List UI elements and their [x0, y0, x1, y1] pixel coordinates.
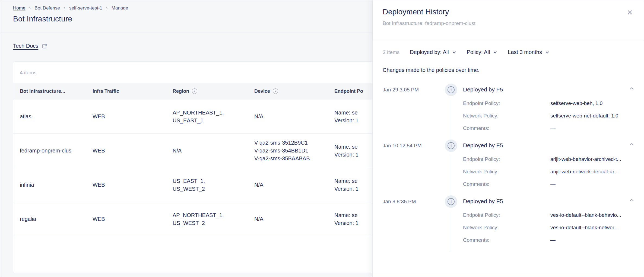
entry-icon-column: i [443, 139, 459, 195]
entry-content: Deployed by F5 Endpoint Policy: arijit-w… [459, 139, 623, 195]
chevron-down-icon [545, 50, 550, 55]
column-header-label: Region [173, 88, 189, 95]
page-title: Bot Infrastructure [13, 15, 372, 23]
timeline-connector-line [451, 100, 451, 139]
detail-label: Comments: [463, 237, 550, 243]
entry-title[interactable]: Deployed by F5 [459, 195, 623, 205]
tech-docs-link[interactable]: Tech Docs [13, 43, 38, 49]
entry-timestamp: Jan 29 3:05 PM [383, 84, 443, 139]
docs-row: Tech Docs [0, 33, 372, 49]
entry-timestamp: Jan 10 12:54 PM [383, 139, 443, 195]
detail-row-endpoint-policy: Endpoint Policy: selfserve-web-beh, 1.0 [463, 100, 623, 106]
policy-filter-dropdown[interactable]: Policy: All [467, 49, 498, 55]
detail-label: Endpoint Policy: [463, 156, 550, 162]
timeline-entry: Jan 8 8:35 PM i Deployed by F5 Endpoint … [383, 195, 635, 251]
detail-value: ves-io-default--blank-networ... [550, 225, 623, 231]
bot-infrastructure-table: Bot Infrastructure... Infra Traffic Regi… [13, 83, 372, 236]
column-header-endpoint-policy[interactable]: Endpoint Po [328, 88, 372, 95]
deployed-by-filter-dropdown[interactable]: Deployed by: All [410, 49, 456, 55]
cell-name: infinia [13, 181, 86, 189]
breadcrumb-bot-defense[interactable]: Bot Defense [34, 5, 60, 11]
column-header-device[interactable]: Devicei [248, 88, 328, 95]
chevron-down-icon [452, 50, 456, 55]
detail-label: Endpoint Policy: [463, 212, 550, 218]
cell-endpoint-policy: Name: se Version: 1 [328, 211, 372, 227]
detail-row-network-policy: Network Policy: selfserve-web-net-defaul… [463, 113, 623, 119]
device-info-icon[interactable]: i [273, 88, 278, 94]
detail-value: arijit-web-behavior-archived-t... [550, 156, 623, 162]
detail-label: Comments: [463, 181, 550, 187]
detail-value: — [550, 181, 623, 187]
cell-infra-traffic: WEB [86, 147, 166, 155]
timeline-connector-line [451, 212, 451, 251]
main-content-area: Home › Bot Defense › self-serve-test-1 ›… [0, 0, 372, 277]
cell-region: AP_NORTHEAST_1, US_EAST_1 [166, 109, 248, 125]
entry-title[interactable]: Deployed by F5 [459, 84, 623, 93]
detail-value: selfserve-web-net-default, 1.0 [550, 113, 623, 119]
chevron-up-icon [629, 198, 635, 203]
entry-details: Endpoint Policy: ves-io-default--blank-b… [459, 205, 623, 251]
cell-infra-traffic: WEB [86, 113, 166, 120]
deployment-timeline: Jan 29 3:05 PM i Deployed by F5 Endpoint… [383, 84, 635, 251]
table-row-regalia[interactable]: regalia WEB AP_NORTHEAST_1, US_WEST_2 N/… [13, 202, 372, 236]
breadcrumb-self-serve-test-1[interactable]: self-serve-test-1 [69, 5, 102, 11]
table-items-count: 4 items [13, 62, 372, 83]
detail-label: Comments: [463, 125, 550, 131]
column-header-region[interactable]: Regioni [166, 88, 248, 95]
cell-name: fedramp-onprem-clus [13, 147, 86, 155]
table-row-atlas[interactable]: atlas WEB AP_NORTHEAST_1, US_EAST_1 N/A … [13, 100, 372, 134]
time-range-filter-dropdown[interactable]: Last 3 months [508, 49, 550, 55]
panel-items-count: 3 Items [383, 49, 399, 55]
cell-device: N/A [248, 215, 328, 223]
cell-region: US_EAST_1, US_WEST_2 [166, 177, 248, 193]
detail-row-comments: Comments: — [463, 181, 623, 187]
chevron-up-icon [629, 86, 635, 91]
cell-region: AP_NORTHEAST_1, US_WEST_2 [166, 211, 248, 227]
entry-title[interactable]: Deployed by F5 [459, 139, 623, 149]
detail-value: — [550, 125, 623, 131]
chevron-up-icon [629, 142, 635, 147]
cell-device: V-qa2-sms-3512B9C1 V-qa2-sms-354BB1D1 V-… [248, 139, 328, 163]
detail-label: Network Policy: [463, 169, 550, 175]
table-row-infinia[interactable]: infinia WEB US_EAST_1, US_WEST_2 N/A Nam… [13, 168, 372, 202]
collapse-entry-button[interactable] [623, 195, 635, 251]
table-header-row: Bot Infrastructure... Infra Traffic Regi… [13, 83, 372, 100]
detail-row-network-policy: Network Policy: ves-io-default--blank-ne… [463, 225, 623, 231]
detail-value: arijit-web-network-default-ar... [550, 169, 623, 175]
breadcrumb-separator-icon: › [29, 5, 31, 11]
close-icon[interactable]: ✕ [625, 8, 635, 17]
panel-title: Deployment History [383, 8, 635, 16]
detail-row-comments: Comments: — [463, 125, 623, 131]
deployed-by-filter-label: Deployed by: All [410, 49, 449, 55]
cell-infra-traffic: WEB [86, 215, 166, 223]
entry-details: Endpoint Policy: selfserve-web-beh, 1.0 … [459, 93, 623, 139]
detail-row-endpoint-policy: Endpoint Policy: ves-io-default--blank-b… [463, 212, 623, 218]
filter-row: 3 Items Deployed by: All Policy: All Las… [383, 49, 635, 55]
region-info-icon[interactable]: i [192, 88, 197, 94]
breadcrumb-home[interactable]: Home [13, 5, 25, 11]
detail-label: Endpoint Policy: [463, 100, 550, 106]
collapse-entry-button[interactable] [623, 139, 635, 195]
entry-icon-column: i [443, 84, 459, 139]
detail-row-comments: Comments: — [463, 237, 623, 243]
deployment-history-panel: Deployment History Bot Infrastructure: f… [372, 0, 644, 277]
detail-row-endpoint-policy: Endpoint Policy: arijit-web-behavior-arc… [463, 156, 623, 162]
column-header-label: Bot Infrastructure... [20, 88, 65, 95]
entry-icon-column: i [443, 195, 459, 251]
column-header-label: Endpoint Po [334, 88, 363, 95]
deploy-info-icon: i [445, 84, 457, 96]
collapse-entry-button[interactable] [623, 84, 635, 139]
detail-label: Network Policy: [463, 113, 550, 119]
table-row-fedramp-onprem-clus[interactable]: fedramp-onprem-clus WEB N/A V-qa2-sms-35… [13, 134, 372, 168]
column-header-bot-infrastructure[interactable]: Bot Infrastructure... [13, 88, 86, 95]
timeline-connector-line [451, 156, 451, 195]
cell-endpoint-policy: Name: se Version: 1 [328, 109, 372, 125]
timeline-entry: Jan 10 12:54 PM i Deployed by F5 Endpoin… [383, 139, 635, 195]
breadcrumb-separator-icon: › [64, 5, 65, 11]
cell-endpoint-policy: Name: se Version: 1 [328, 177, 372, 193]
column-header-infra-traffic[interactable]: Infra Traffic [86, 88, 166, 95]
panel-subtitle: Bot Infrastructure: fedramp-onprem-clust [383, 20, 635, 26]
entry-timestamp: Jan 8 8:35 PM [383, 195, 443, 251]
cell-device: N/A [248, 113, 328, 120]
breadcrumb-manage: Manage [112, 5, 128, 11]
